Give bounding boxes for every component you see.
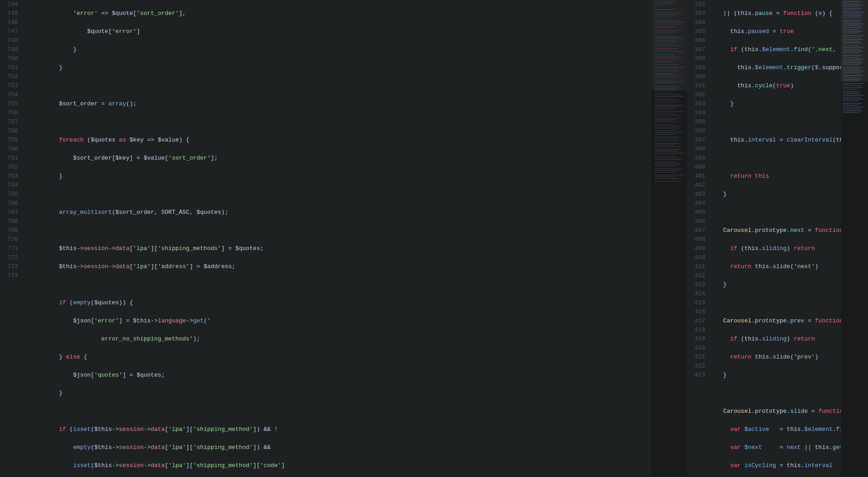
ln-765: 765 [4,190,18,199]
code-line-749: $sort_order = array(); [31,99,651,109]
svg-rect-74 [655,153,684,154]
ln-761: 761 [4,154,18,163]
svg-rect-63 [655,130,677,131]
ln-756: 756 [4,109,18,118]
rcode-388 [716,118,841,127]
ln-blank19 [4,443,18,452]
ln-753: 753 [4,81,18,90]
rln-401: 401 [691,172,705,181]
right-code-content: || (this.pause = function (e) { this.pau… [711,0,841,477]
rln-422: 422 [691,362,705,371]
rcode-391: return this [716,172,841,181]
svg-rect-64 [655,132,684,133]
svg-rect-72 [655,149,679,150]
rln-419: 419 [691,335,705,344]
left-minimap [651,0,687,477]
left-minimap-content [651,0,687,477]
code-line-756 [31,226,651,235]
rln-395: 395 [691,118,705,127]
rln-409: 409 [691,244,705,253]
rln-415: 415 [691,298,705,307]
left-code-panel: 744 745 746 747 748 749 750 751 752 753 … [0,0,687,477]
svg-rect-55 [655,113,675,114]
ln-754: 754 [4,90,18,99]
svg-rect-139 [843,97,861,98]
ln-771: 771 [4,244,18,253]
ln-blank17 [4,425,18,434]
rln-blank9 [691,452,705,461]
rln-blank7 [691,434,705,443]
svg-rect-47 [655,96,684,97]
code-line-761b: error_no_shipping_methods'); [31,335,651,344]
code-line-746: } [31,45,651,54]
ln-766: 766 [4,199,18,208]
rcode-395: if (this.sliding) return [716,244,841,253]
svg-rect-136 [843,91,862,92]
rln-398: 398 [691,145,705,154]
ln-blank13 [4,389,18,398]
svg-rect-143 [843,105,860,106]
ln-746: 746 [4,18,18,27]
rln-390: 390 [691,72,705,81]
svg-rect-82 [655,170,679,171]
left-code-content: 'error' => $quote['sort_order'], $quote[… [24,0,651,477]
code-line-751: foreach ($quotes as $key => $value) { [31,136,651,145]
rcode-390 [716,154,841,163]
ln-747: 747 [4,27,18,36]
rln-394: 394 [691,109,705,118]
rln-405: 405 [691,208,705,217]
code-line-764: } [31,389,651,398]
ln-blank15 [4,407,18,416]
rln-410: 410 [691,253,705,262]
svg-rect-76 [655,157,679,158]
ln-blank9 [4,353,18,362]
svg-rect-87 [655,181,682,182]
svg-rect-61 [655,126,682,127]
ln-751: 751 [4,63,18,72]
svg-rect-79 [655,164,679,165]
ln-blank1 [4,280,18,289]
right-minimap-svg [841,0,868,477]
rln-blank3 [691,398,705,407]
ln-759: 759 [4,136,18,145]
ln-772: 772 [4,253,18,262]
rln-407: 407 [691,226,705,235]
rln-387: 387 [691,45,705,54]
ln-blank8 [4,344,18,353]
svg-rect-78 [655,162,677,163]
ln-blank7 [4,335,18,344]
rcode-384: if (this.$element.find('.next, .prev').l… [716,45,841,54]
svg-rect-84 [655,175,684,175]
code-line-744: 'error' => $quote['sort_order'], [31,9,651,18]
svg-rect-51 [655,105,682,106]
code-line-766a: if (isset($this->session->data['lpa']['s… [31,425,651,434]
svg-rect-147 [843,112,859,113]
rln-384: 384 [691,18,705,27]
ln-764: 764 [4,181,18,190]
rln-blank10 [691,461,705,470]
svg-rect-142 [843,103,862,104]
svg-rect-59 [655,121,679,122]
rln-383: 383 [691,9,705,18]
ln-blank14 [4,398,18,407]
svg-rect-56 [655,115,679,116]
ln-758: 758 [4,127,18,136]
ln-757: 757 [4,118,18,127]
rcode-397: } [716,280,841,289]
code-line-745: $quote['error'] [31,27,651,36]
rcode-392: } [716,190,841,199]
rln-404: 404 [691,199,705,208]
ln-blank22 [4,470,18,477]
svg-rect-67 [655,138,682,139]
rcode-393 [716,208,841,217]
rln-blank6 [691,425,705,434]
rcode-400: if (this.sliding) return [716,335,841,344]
rcode-399: Carousel.prototype.prev = function () { [716,316,841,326]
rln-blank4 [691,407,705,416]
ln-blank5 [4,316,18,326]
code-line-747: } [31,63,651,72]
code-line-762: } else { [31,353,651,362]
svg-rect-77 [655,159,682,160]
code-line-757: $this->session->data['lpa']['shipping_me… [31,244,651,253]
svg-rect-148 [841,0,868,81]
